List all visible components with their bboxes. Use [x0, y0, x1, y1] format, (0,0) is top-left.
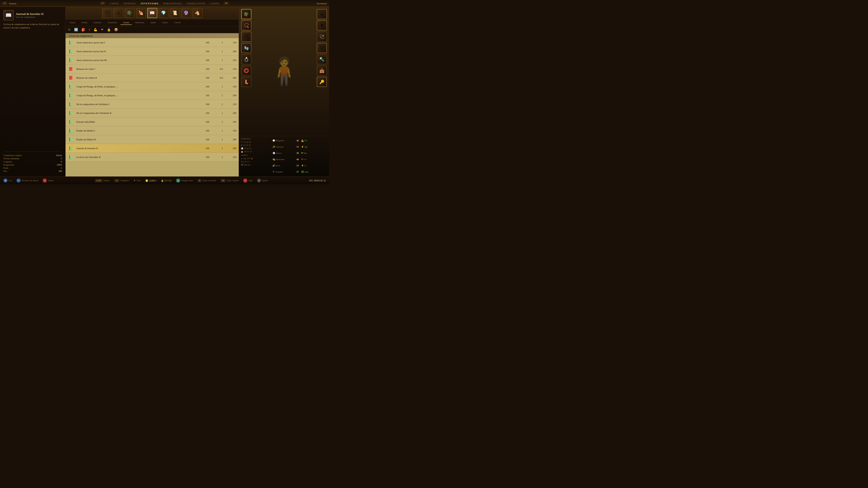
- stat-prix: Prix 200: [3, 170, 62, 172]
- sort-count-icon[interactable]: #: [89, 28, 90, 32]
- cat-btn-cheval[interactable]: 🐴: [192, 8, 203, 18]
- cat-btn-armures[interactable]: 🪖: [125, 8, 135, 18]
- equip-slot-belt[interactable]: 🔑: [317, 77, 327, 87]
- tab-quete[interactable]: Quête: [148, 21, 159, 25]
- list-item[interactable]: 📗 Coups de Poings, de Pieds, et quelques…: [66, 91, 239, 100]
- action-escarcelle[interactable]: R Empl. escarcelle: [197, 179, 216, 182]
- stat-prix-value: 200: [59, 170, 62, 172]
- list-item[interactable]: 📗 Aussi silencieux qu'un chat I 100 1 15…: [66, 38, 239, 47]
- item-val2-10: 1: [212, 129, 223, 132]
- onglets-label: Onglets: [103, 180, 110, 182]
- cat-btn-toutes[interactable]: 🛡: [102, 8, 112, 18]
- tab-armes[interactable]: Armes: [79, 21, 90, 25]
- list-item[interactable]: 📗 Coups de Poings, de Pieds, et quelques…: [66, 82, 239, 91]
- bruit-icon: 🔊: [272, 164, 275, 167]
- equip-slot-ring2[interactable]: ⭕: [241, 66, 251, 76]
- list-item[interactable]: 📗 De la composition de l'alchimie I 100 …: [66, 100, 239, 109]
- cat-btn-livres[interactable]: 📖: [147, 8, 157, 18]
- list-item[interactable]: 📗 Extraits dela Bible 100 1 100: [66, 118, 239, 126]
- action-lire[interactable]: ✕ Lire: [3, 178, 12, 183]
- cat-btn-quete[interactable]: 📜: [170, 8, 180, 18]
- item-icon-1: 📗: [68, 48, 74, 55]
- sort-box-icon[interactable]: 📦: [114, 28, 118, 32]
- list-item[interactable]: 📗 Études du Maître I 100 1 150: [66, 126, 239, 135]
- l1-btn[interactable]: L1: [100, 2, 105, 5]
- bottom-center: L1 R1 Onglets L2 Catégories ✦ Trier 🪙 22…: [95, 178, 268, 183]
- cat-btn-nourriture[interactable]: 🍖: [136, 8, 146, 18]
- action-categories[interactable]: L2 Catégories: [114, 179, 129, 182]
- equip-slot-ring1[interactable]: 💍: [241, 54, 251, 64]
- action-trier[interactable]: ✦ Trier: [133, 179, 141, 182]
- r1-btn[interactable]: R1: [224, 2, 229, 5]
- list-item[interactable]: 📗 Aussi silencieux qu'un chat III 100 1 …: [66, 56, 239, 65]
- equip-slot-torch[interactable]: 🔦: [317, 54, 327, 64]
- cat-btn-armes[interactable]: ⚔: [113, 8, 123, 18]
- tab-armures[interactable]: Armures: [91, 21, 104, 25]
- equip-slot-weapon1[interactable]: ⚔: [317, 9, 327, 19]
- stat-visibilite: 👁 Visibilité 17: [272, 169, 299, 175]
- sort-str-icon[interactable]: 💪: [94, 28, 97, 32]
- list-item[interactable]: 📗 De la Composition de l'Alchimie II 100…: [66, 109, 239, 118]
- action-envoyer[interactable]: □ Envoyer vers cheval: [17, 178, 38, 183]
- list-item[interactable]: 📕 Briseurs de crâne I 100 0.8 150: [66, 65, 239, 73]
- cat-btn-autres[interactable]: 🔮: [181, 8, 191, 18]
- sort-alpha-icon[interactable]: 🔤: [74, 28, 78, 32]
- action-ceinture[interactable]: R2 Empl. ceinture: [221, 179, 239, 182]
- equip-slot-feet[interactable]: 👢: [241, 77, 251, 87]
- nav-items: L1 CARTE JOURNAL INVENTAIRE PERSONNAGE F…: [100, 2, 229, 5]
- l2-btn[interactable]: L2: [2, 2, 7, 5]
- armor-val-3-2: 12: [247, 147, 249, 150]
- filter-icon[interactable]: ⚙: [68, 28, 71, 32]
- tab-toutes[interactable]: Toutes: [67, 21, 78, 25]
- equip-slot-hands[interactable]: 🧤: [241, 43, 251, 53]
- tab-cheval[interactable]: Cheval: [172, 21, 183, 25]
- tab-autres[interactable]: Autres: [159, 21, 171, 25]
- sort-lock-icon[interactable]: 🔒: [107, 28, 111, 32]
- stat-bruit: 🔊 Bruit 22: [272, 163, 299, 168]
- item-val1-11: 100: [198, 138, 209, 141]
- item-name-7: De la composition de l'alchimie I: [76, 103, 196, 105]
- quitter-label: Quitter: [262, 180, 268, 182]
- action-aide[interactable]: ○ Aide: [243, 178, 252, 183]
- sort-weight-icon[interactable]: 🎒: [81, 28, 85, 32]
- equip-slot-head[interactable]: 🪖: [241, 9, 251, 19]
- nav-personnage[interactable]: PERSONNAGE: [163, 2, 182, 5]
- item-name-11: Études du Maître II: [76, 138, 196, 141]
- nav-codex[interactable]: CODEX: [210, 2, 219, 5]
- item-val2-11: 1: [212, 138, 223, 141]
- list-item[interactable]: 📗 La force du Chevalier II 100 1 229: [66, 153, 239, 162]
- sort-hp-icon[interactable]: ❤: [101, 28, 103, 32]
- equip-slot-weapon2[interactable]: 🗡: [317, 20, 327, 31]
- list-item-selected[interactable]: 📗 Journal de forestier II 100 1 200: [66, 144, 239, 153]
- tab-materiaux[interactable]: Matériaux: [132, 21, 147, 25]
- charisme-label: ✨ Charisme: [272, 145, 284, 148]
- equip-slot-weapon3[interactable]: 🏹: [317, 32, 327, 42]
- stat-niveau: Niveau minimum 5: [3, 157, 62, 160]
- equip-slot-shield[interactable]: 🛡: [317, 43, 327, 53]
- item-val2-12: 1: [212, 147, 223, 150]
- tab-livres[interactable]: Livres: [121, 21, 132, 25]
- nav-carte[interactable]: CARTE: [110, 2, 119, 5]
- action-quitter[interactable]: ● Quitter: [257, 178, 268, 183]
- top-nav-left: L2 Journal: [2, 2, 16, 5]
- item-val3-2: 250: [225, 59, 237, 61]
- equip-slot-chest[interactable]: 🛡: [241, 32, 251, 42]
- cat-btn-materiaux[interactable]: 💎: [158, 8, 168, 18]
- action-onglets[interactable]: L1 R1 Onglets: [95, 179, 110, 182]
- list-item[interactable]: 📕 Briseurs de crânes II 100 0.8 200: [66, 73, 239, 82]
- equip-slot-neck[interactable]: 📿: [241, 20, 251, 31]
- circle-aide-btn: ○: [243, 178, 247, 183]
- item-val2-13: 1: [212, 156, 223, 158]
- action-changer-tenue[interactable]: △ Changer tenue: [176, 178, 193, 183]
- item-list[interactable]: Livres de compétences 📗 Aussi silencieux…: [66, 33, 239, 176]
- stat-competence-value: Survie: [56, 154, 62, 157]
- nav-fabrication[interactable]: FABRICATION: [186, 2, 205, 5]
- nav-inventaire[interactable]: INVENTAIRE: [141, 2, 159, 5]
- list-item[interactable]: 📗 Aussi silencieux qu'un chat II 100 1 2…: [66, 47, 239, 56]
- action-lacher[interactable]: ○ Lâcher: [43, 178, 54, 183]
- nav-journal[interactable]: JOURNAL: [123, 2, 136, 5]
- list-item[interactable]: 📗 Études du Maître II 100 1 200: [66, 135, 239, 144]
- equip-slot-pouch[interactable]: 👜: [317, 66, 327, 76]
- item-name-3: Briseurs de crâne I: [76, 68, 196, 70]
- tab-nourriture[interactable]: Nourriture: [105, 21, 120, 25]
